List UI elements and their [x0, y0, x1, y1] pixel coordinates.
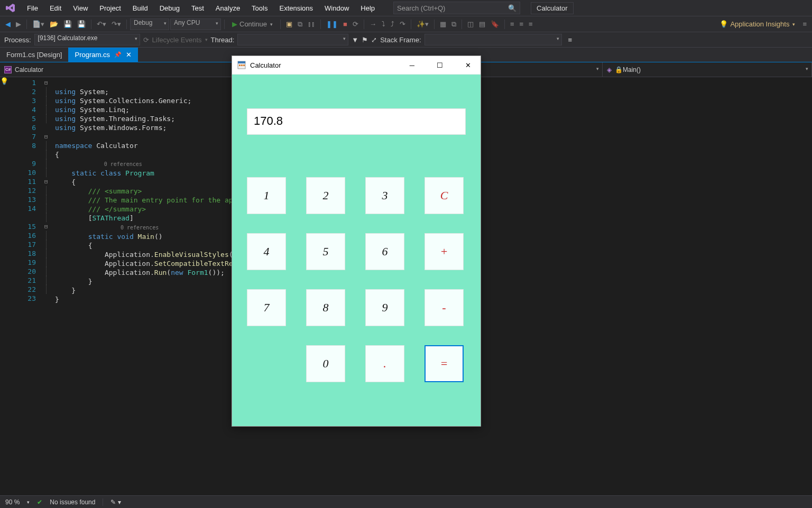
stackframe-dropdown[interactable]: [425, 34, 562, 45]
menu-edit[interactable]: Edit: [44, 2, 67, 14]
misc3-icon[interactable]: ≡: [508, 19, 516, 29]
toolbar-main: ◀ ▶ 📄▾ 📂 💾 💾 ↶▾ ↷▾ Debug Any CPU ▶ Conti…: [0, 16, 812, 32]
codelens-1[interactable]: 0 references: [104, 161, 142, 167]
lifecycle-icon[interactable]: ⟳: [143, 36, 149, 44]
btn-0[interactable]: 0: [306, 345, 345, 382]
tab-program-cs[interactable]: Program.cs 📌 ✕: [68, 48, 137, 62]
menu-analyze[interactable]: Analyze: [210, 2, 246, 14]
app-insights-button[interactable]: 💡 Application Insights ▾: [715, 19, 799, 29]
new-project-icon[interactable]: 📄▾: [30, 19, 47, 29]
calculator-display[interactable]: 170.8: [247, 108, 466, 135]
thread-dropdown[interactable]: [237, 34, 348, 45]
filter-icon[interactable]: ▼: [352, 36, 358, 44]
btn-dot[interactable]: .: [365, 345, 404, 382]
undo-icon[interactable]: ↶▾: [95, 19, 108, 29]
btn-clear[interactable]: C: [425, 177, 464, 214]
btn-9[interactable]: 9: [365, 289, 404, 326]
menu-window[interactable]: Window: [319, 2, 355, 14]
play-icon: ▶: [232, 20, 237, 28]
calculator-titlebar[interactable]: Calculator ─ ☐ ✕: [232, 56, 481, 75]
menu-debug[interactable]: Debug: [154, 2, 186, 14]
menu-help[interactable]: Help: [355, 2, 381, 14]
nav-forward-icon[interactable]: ▶: [14, 19, 23, 29]
btn-6[interactable]: 6: [365, 233, 404, 270]
step-next-icon[interactable]: ↷: [398, 19, 408, 29]
vs-logo-icon: [3, 3, 18, 13]
btn-2[interactable]: 2: [306, 177, 345, 214]
minimize-button[interactable]: ─: [405, 59, 419, 71]
open-icon[interactable]: 📂: [48, 19, 60, 29]
close-button[interactable]: ✕: [461, 59, 475, 71]
pin-icon[interactable]: 📌: [114, 51, 122, 58]
btn-7[interactable]: 7: [247, 289, 286, 326]
intellitrace-icon[interactable]: ✨▾: [414, 19, 431, 29]
save-icon[interactable]: 💾: [61, 19, 74, 29]
zoom-level[interactable]: 90 %: [5, 498, 20, 506]
misc5-icon[interactable]: ≡: [527, 19, 535, 29]
misc1-icon[interactable]: ◫: [465, 19, 476, 29]
nav-member-dropdown[interactable]: ◈ 🔒 Main(): [603, 62, 812, 77]
windows2-icon[interactable]: ⧉: [449, 19, 458, 30]
lifecycle-label: Lifecycle Events: [152, 36, 202, 44]
lightbulb-hint-icon[interactable]: 💡: [0, 77, 8, 495]
continue-button[interactable]: ▶ Continue ▾: [228, 19, 277, 29]
appinsights-label: Application Insights: [730, 20, 789, 28]
dock-icon[interactable]: ▣: [284, 19, 294, 29]
flag-icon[interactable]: ⚑: [362, 36, 368, 44]
windows-icon[interactable]: ▦: [438, 19, 448, 29]
stop-icon[interactable]: ■: [341, 19, 349, 29]
btn-5[interactable]: 5: [306, 233, 345, 270]
pause-icon[interactable]: ❚❚: [324, 19, 340, 29]
codelens-2[interactable]: 0 references: [121, 225, 159, 230]
btn-3[interactable]: 3: [365, 177, 404, 214]
noissues-label: No issues found: [50, 498, 95, 506]
process-dropdown[interactable]: [9136] Calculator.exe: [34, 34, 140, 45]
stack-icon[interactable]: ⤢: [371, 36, 377, 44]
close-tab-icon[interactable]: ✕: [126, 51, 132, 59]
step-into-icon[interactable]: →: [367, 19, 379, 29]
screenshot-icon[interactable]: ⧉: [296, 19, 304, 30]
quick-search-input[interactable]: Search (Ctrl+Q) 🔍: [393, 2, 520, 14]
thread-label: Thread:: [211, 36, 235, 44]
solution-name[interactable]: Calculator: [531, 2, 574, 14]
btn-4[interactable]: 4: [247, 233, 286, 270]
line-gutter: 12345678 91011121314 151617181920212223: [8, 77, 44, 495]
menu-tools[interactable]: Tools: [246, 2, 273, 14]
misc2-icon[interactable]: ▤: [477, 19, 487, 29]
btn-8[interactable]: 8: [306, 289, 345, 326]
redo-icon[interactable]: ↷▾: [109, 19, 123, 29]
menu-file[interactable]: File: [21, 2, 44, 14]
overflow-icon[interactable]: ≡: [800, 19, 809, 29]
save-all-icon[interactable]: 💾: [75, 19, 88, 29]
feedback-icon[interactable]: ✎ ▾: [110, 498, 121, 506]
fold-column[interactable]: [44, 77, 55, 495]
nav-back-icon[interactable]: ◀: [3, 19, 13, 29]
step-out-icon[interactable]: ⤴: [389, 19, 396, 29]
misc4-icon[interactable]: ≡: [518, 19, 526, 29]
config-dropdown[interactable]: Debug: [130, 19, 169, 30]
tab-form1-label: Form1.cs [Design]: [6, 51, 62, 59]
menu-build[interactable]: Build: [127, 2, 154, 14]
method-icon: ◈: [607, 66, 612, 73]
menu-view[interactable]: View: [67, 2, 94, 14]
tab-form1-design[interactable]: Form1.cs [Design]: [0, 48, 68, 62]
menu-project[interactable]: Project: [94, 2, 126, 14]
nav-class-label: Calculator: [15, 66, 43, 73]
btn-minus[interactable]: -: [425, 289, 464, 326]
btn-1[interactable]: 1: [247, 177, 286, 214]
platform-dropdown[interactable]: Any CPU: [170, 19, 221, 30]
stepbar-icon[interactable]: ⫿⫿: [306, 19, 317, 29]
btn-plus[interactable]: +: [425, 233, 464, 270]
step-over-icon[interactable]: ⤵: [380, 19, 387, 29]
svg-rect-3: [241, 64, 243, 66]
btn-equals[interactable]: =: [425, 345, 464, 382]
tab-program-label: Program.cs: [75, 51, 109, 59]
menu-test[interactable]: Test: [186, 2, 210, 14]
restart-icon[interactable]: ⟳: [350, 19, 361, 29]
maximize-button[interactable]: ☐: [432, 59, 447, 71]
bookmark-icon[interactable]: 🔖: [488, 19, 501, 29]
overflow2-icon[interactable]: ≡: [568, 36, 573, 44]
zoom-dropdown-icon[interactable]: ▾: [27, 500, 30, 505]
menu-extensions[interactable]: Extensions: [273, 2, 319, 14]
process-label: Process:: [4, 36, 31, 44]
